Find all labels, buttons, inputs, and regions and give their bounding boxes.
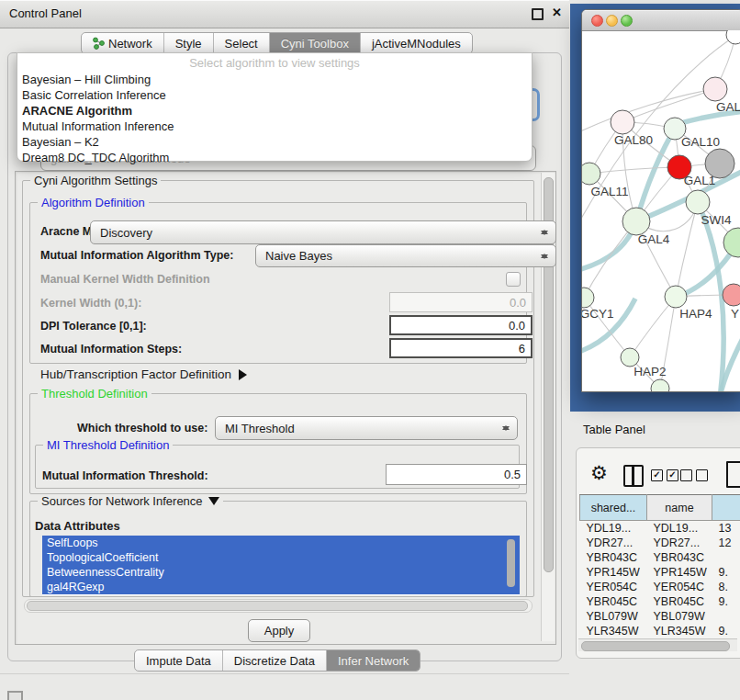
network-node[interactable]: [686, 190, 710, 214]
network-edge[interactable]: [676, 202, 698, 297]
mi-threshold-field[interactable]: 0.5: [386, 464, 527, 485]
float-window-icon[interactable]: [532, 8, 544, 20]
data-attribute-item[interactable]: SelfLoops: [42, 536, 520, 550]
network-node[interactable]: [703, 77, 727, 101]
network-node[interactable]: [582, 288, 594, 308]
manual-kernel-checkbox[interactable]: [506, 272, 521, 287]
tab-label: Cyni Toolbox: [281, 37, 349, 51]
node-label: GAL: [716, 100, 740, 114]
select-all-checkboxes-icon[interactable]: ✓✓: [651, 469, 678, 481]
network-node[interactable]: [611, 110, 634, 134]
network-node[interactable]: [622, 208, 650, 235]
tab-label: Style: [175, 37, 202, 51]
scrollbar-thumb[interactable]: [507, 539, 515, 587]
hub-definition-toggle[interactable]: Hub/Transcription Factor Definition: [40, 367, 252, 381]
table-cell: [712, 609, 740, 624]
threshold-definition-title: Threshold Definition: [38, 387, 151, 401]
stepper-arrows-icon: [502, 422, 510, 435]
table-row[interactable]: YBR045CYBR045C9.: [580, 594, 740, 609]
dropdown-item[interactable]: Dream8 DC_TDC Algorithm: [17, 150, 532, 165]
network-node[interactable]: [621, 348, 639, 367]
node-label: GAL80: [614, 133, 653, 147]
expanded-arrow-icon: [208, 497, 219, 511]
tab-label: Discretize Data: [234, 654, 315, 668]
dropdown-item[interactable]: Bayesian – Hill Climbing: [17, 72, 532, 87]
data-attribute-item[interactable]: gal4RGexp: [42, 580, 520, 594]
table-row[interactable]: YDR27...YDR27...12: [580, 536, 740, 550]
mi-type-label: Mutual Information Algorithm Type:: [40, 249, 233, 262]
dropdown-item[interactable]: ARACNE Algorithm: [17, 103, 532, 119]
network-window[interactable]: GALGAL80GAL10GAL1GAL11SWI4GAL4GCY1HAP4YH…: [581, 9, 740, 392]
network-node[interactable]: [723, 284, 740, 306]
tab-impute-data[interactable]: Impute Data: [135, 650, 222, 671]
network-graph-canvas[interactable]: GALGAL80GAL10GAL1GAL11SWI4GAL4GCY1HAP4YH…: [582, 30, 740, 391]
cyni-bottom-tabs: Impute DataDiscretize DataInfer Network: [134, 649, 420, 672]
column-header[interactable]: name: [647, 495, 712, 521]
which-threshold-combobox[interactable]: MI Threshold: [215, 416, 518, 440]
algorithm-dropdown-popup: Select algorithm to view settings Bayesi…: [17, 52, 533, 162]
dock-icon[interactable]: [7, 691, 23, 700]
network-window-titlebar[interactable]: [582, 10, 740, 31]
dropdown-item[interactable]: Bayesian – K2: [17, 134, 532, 150]
table-toolbar: ⚙︎ ✓✓: [576, 457, 740, 492]
mi-steps-field[interactable]: 6: [389, 338, 533, 358]
table-row[interactable]: YER054CYER054C8.: [580, 580, 740, 594]
gear-icon[interactable]: ⚙︎: [590, 462, 608, 484]
table-cell: [712, 550, 740, 565]
dpi-tolerance-field[interactable]: 0.0: [389, 315, 533, 335]
which-threshold-label: Which threshold to use:: [77, 422, 207, 435]
table-cell: YBR043C: [580, 550, 647, 565]
tab-jactivemnodules[interactable]: jActiveMNodules: [360, 33, 472, 53]
deselect-all-checkboxes-icon[interactable]: [680, 469, 708, 481]
table-cell: YPR145W: [647, 565, 712, 580]
table-horizontal-scrollbar[interactable]: [578, 638, 737, 651]
column-header[interactable]: shared...: [580, 495, 647, 521]
table-cell: YER054C: [580, 580, 647, 594]
table-row[interactable]: YPR145WYPR145W9.: [580, 565, 740, 580]
network-node[interactable]: [726, 30, 740, 44]
table-row[interactable]: YDL19...YDL19...13: [580, 521, 740, 536]
column-header[interactable]: [712, 495, 740, 521]
data-attribute-item[interactable]: BetweennessCentrality: [42, 565, 520, 580]
table-row[interactable]: YLR345WYLR345W9.: [580, 624, 740, 638]
tab-style[interactable]: Style: [163, 33, 213, 53]
network-node[interactable]: [723, 228, 740, 257]
node-table[interactable]: shared...nameYDL19...YDL19...13YDR27...Y…: [579, 494, 740, 653]
network-node[interactable]: [665, 286, 687, 308]
table-row[interactable]: YBR043CYBR043C: [580, 550, 740, 565]
scrollbar-thumb[interactable]: [581, 641, 730, 651]
data-attributes-list[interactable]: SelfLoopsTopologicalCoefficientBetweenne…: [42, 536, 520, 595]
kernel-width-field[interactable]: 0.0: [389, 292, 533, 312]
tab-discretize-data[interactable]: Discretize Data: [222, 650, 326, 671]
zoom-traffic-light[interactable]: [621, 15, 633, 27]
control-panel-tabs: NetworkStyleSelectCyni ToolboxjActiveMNo…: [81, 32, 473, 54]
dropdown-item[interactable]: Mutual Information Inference: [17, 119, 532, 134]
tab-infer-network[interactable]: Infer Network: [326, 650, 420, 671]
scrollbar-thumb[interactable]: [27, 601, 528, 611]
mi-type-combobox[interactable]: Naive Bayes: [255, 244, 556, 267]
new-table-icon[interactable]: [726, 461, 740, 488]
table-cell: YBR043C: [647, 550, 712, 565]
apply-button[interactable]: Apply: [248, 619, 310, 642]
tab-cyni-toolbox[interactable]: Cyni Toolbox: [269, 33, 360, 53]
columns-icon[interactable]: [623, 465, 644, 487]
tab-network[interactable]: Network: [82, 33, 163, 53]
aracne-mode-combobox[interactable]: Discovery: [90, 220, 556, 244]
list-vertical-scrollbar[interactable]: [506, 537, 517, 593]
table-cell: YLR345W: [647, 624, 712, 638]
sources-title[interactable]: Sources for Network Inference: [38, 494, 223, 511]
close-icon[interactable]: ✕: [552, 6, 562, 19]
network-node[interactable]: [582, 163, 600, 185]
dropdown-item[interactable]: Basic Correlation Inference: [17, 87, 532, 103]
close-traffic-light[interactable]: [591, 15, 603, 27]
settings-horizontal-scrollbar[interactable]: [24, 599, 533, 613]
table-cell: 12: [712, 536, 740, 550]
algorithm-definition-title: Algorithm Definition: [38, 196, 149, 209]
table-row[interactable]: YBL079WYBL079W: [580, 609, 740, 624]
control-panel-titlebar: Control Panel ✕: [0, 0, 569, 28]
network-edge-thick[interactable]: [698, 202, 723, 391]
data-attribute-item[interactable]: TopologicalCoefficient: [42, 550, 520, 565]
minimize-traffic-light[interactable]: [606, 15, 618, 27]
network-edge[interactable]: [589, 167, 679, 174]
tab-select[interactable]: Select: [213, 33, 269, 53]
